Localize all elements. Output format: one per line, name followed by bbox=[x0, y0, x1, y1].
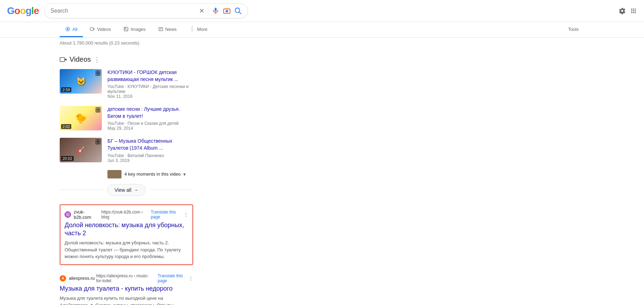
svg-marker-18 bbox=[65, 58, 66, 61]
result-menu-button-1[interactable]: ⋮ bbox=[184, 212, 188, 217]
view-all-button[interactable]: View all → bbox=[107, 184, 146, 196]
svg-point-4 bbox=[226, 10, 228, 12]
image-search-button[interactable] bbox=[223, 7, 231, 15]
video-info-1: КУКУТИКИ - ГОРШОК детская развивающая пе… bbox=[107, 69, 193, 99]
video-date-2: May 29, 2014 bbox=[107, 126, 193, 131]
result-source-row-2: A aliexpress.ru https://aliexpress.ru › … bbox=[60, 273, 193, 283]
search-bar: музыка для туалета ✕ bbox=[44, 4, 248, 18]
expand-icon-3[interactable]: ⛶ bbox=[96, 139, 100, 144]
tab-news[interactable]: News bbox=[153, 22, 183, 37]
tab-images[interactable]: Images bbox=[118, 22, 151, 37]
svg-rect-0 bbox=[215, 8, 217, 12]
logo-l: l bbox=[31, 5, 34, 16]
svg-rect-14 bbox=[159, 27, 163, 30]
nav-tabs: All Videos Images News ⋮ More Tools bbox=[0, 22, 644, 38]
view-all-line-left bbox=[60, 190, 103, 190]
result-url-2: https://aliexpress.ru › music-for-toilet bbox=[96, 273, 155, 283]
key-moments-text: 4 key moments in this video bbox=[124, 171, 180, 177]
translate-link-2[interactable]: Translate this page bbox=[158, 273, 189, 283]
logo-o1: o bbox=[14, 5, 20, 16]
search-divider bbox=[208, 7, 208, 15]
result-favicon-2: A bbox=[60, 275, 66, 282]
svg-point-9 bbox=[67, 28, 69, 30]
main-content: Videos ⋮ 🐱 2:59 ⛶ КУКУТИКИ - ГОРШОК детс… bbox=[0, 48, 253, 305]
search-button[interactable] bbox=[234, 7, 242, 15]
google-logo[interactable]: Google bbox=[7, 5, 39, 16]
expand-icon-2[interactable]: ⛶ bbox=[96, 107, 100, 113]
video-date-3: Jun 3, 2019 bbox=[107, 158, 193, 163]
voice-search-button[interactable] bbox=[212, 7, 219, 15]
result-title-2[interactable]: Музыка для туалета - купить недорого bbox=[60, 285, 193, 293]
svg-line-7 bbox=[239, 12, 241, 14]
svg-point-13 bbox=[125, 28, 126, 29]
video-duration-2: 2:02 bbox=[61, 124, 71, 129]
result-snippet-1: Долой неловкость: музыка для уборных, ча… bbox=[65, 239, 188, 260]
view-all-label: View all bbox=[114, 187, 131, 193]
result-domain-1: zvuk-b2b.com bbox=[74, 209, 100, 220]
videos-section-header: Videos ⋮ bbox=[60, 55, 193, 63]
key-moments-expand-button[interactable]: ▾ bbox=[183, 171, 186, 177]
video-title-2[interactable]: детские песни : Лучшие друзья. Бегом в т… bbox=[107, 106, 180, 119]
video-duration-3: 20:02 bbox=[61, 156, 74, 161]
video-duration-1: 2:59 bbox=[61, 87, 71, 92]
video-info-2: детские песни : Лучшие друзья. Бегом в т… bbox=[107, 106, 193, 131]
svg-rect-5 bbox=[226, 8, 228, 9]
header-right bbox=[619, 7, 637, 14]
tab-more[interactable]: ⋮ More bbox=[184, 22, 213, 37]
search-result-2: A aliexpress.ru https://aliexpress.ru › … bbox=[60, 273, 193, 305]
results-info: About 1,780,000 results (0.23 seconds) bbox=[0, 38, 644, 48]
svg-rect-10 bbox=[90, 28, 93, 30]
video-date-1: Nov 11, 2016 bbox=[107, 94, 193, 99]
video-item-2: 🐤 2:02 ⛶ детские песни : Лучшие друзья. … bbox=[60, 106, 193, 131]
view-all-arrow-icon: → bbox=[133, 187, 138, 193]
clear-search-button[interactable]: ✕ bbox=[199, 7, 204, 15]
tab-videos[interactable]: Videos bbox=[84, 22, 117, 37]
video-info-3: БГ – Музыка Общественных Туалетов (1974 … bbox=[107, 138, 193, 163]
videos-section-title: Videos bbox=[70, 55, 91, 63]
expand-icon-1[interactable]: ⛶ bbox=[96, 70, 100, 76]
logo-g2: g bbox=[26, 5, 31, 16]
search-input[interactable]: музыка для туалета bbox=[50, 8, 196, 14]
tab-tools[interactable]: Tools bbox=[563, 22, 584, 37]
video-source-2: YouTube · Песни и Сказки для детей bbox=[107, 121, 193, 126]
settings-button[interactable] bbox=[619, 7, 626, 14]
key-moments-thumbnail bbox=[107, 170, 121, 178]
video-source-1: YouTube · КУКУТИКИ - Детские песенки и м… bbox=[107, 84, 193, 94]
translate-link-1[interactable]: Translate this page bbox=[151, 210, 184, 219]
logo-e: e bbox=[34, 5, 39, 16]
result-url-1: https://zvuk-b2b.com › blog bbox=[101, 210, 148, 219]
svg-rect-12 bbox=[124, 27, 128, 31]
view-all-line-right bbox=[150, 190, 193, 190]
video-thumbnail-3[interactable]: 🎸 20:02 ⛶ bbox=[60, 138, 102, 162]
view-all-container: View all → bbox=[60, 184, 193, 196]
video-section-icon bbox=[60, 56, 67, 63]
result-menu-button-2[interactable]: ⋮ bbox=[189, 276, 193, 281]
favicon-inner-1 bbox=[66, 212, 70, 217]
result-domain-2: aliexpress.ru bbox=[69, 276, 95, 281]
video-title-3[interactable]: БГ – Музыка Общественных Туалетов (1974 … bbox=[107, 138, 172, 151]
video-thumbnail-2[interactable]: 🐤 2:02 ⛶ bbox=[60, 106, 102, 130]
header: Google музыка для туалета ✕ bbox=[0, 0, 644, 22]
search-result-1: zvuk-b2b.com https://zvuk-b2b.com › blog… bbox=[60, 204, 193, 265]
video-title-1[interactable]: КУКУТИКИ - ГОРШОК детская развивающая пе… bbox=[107, 69, 178, 82]
apps-button[interactable] bbox=[630, 7, 637, 14]
logo-o2: o bbox=[20, 5, 26, 16]
video-thumbnail-1[interactable]: 🐱 2:59 ⛶ bbox=[60, 69, 102, 94]
video-item-1: 🐱 2:59 ⛶ КУКУТИКИ - ГОРШОК детская разви… bbox=[60, 69, 193, 99]
result-favicon-1 bbox=[65, 211, 71, 218]
key-moments: 4 key moments in this video ▾ bbox=[107, 170, 193, 178]
tab-all[interactable]: All bbox=[60, 22, 83, 37]
result-snippet-2: Музыка для туалета купить по выгодной це… bbox=[60, 295, 193, 305]
video-item-3: 🎸 20:02 ⛶ БГ – Музыка Общественных Туале… bbox=[60, 138, 193, 163]
video-source-3: YouTube · Виталий Панченко bbox=[107, 153, 193, 158]
logo-g: G bbox=[7, 5, 14, 16]
result-title-1[interactable]: Долой неловкость: музыка для уборных, ча… bbox=[65, 221, 188, 238]
result-source-row-1: zvuk-b2b.com https://zvuk-b2b.com › blog… bbox=[65, 209, 188, 220]
videos-section-menu-button[interactable]: ⋮ bbox=[94, 56, 100, 63]
svg-rect-17 bbox=[60, 57, 65, 62]
